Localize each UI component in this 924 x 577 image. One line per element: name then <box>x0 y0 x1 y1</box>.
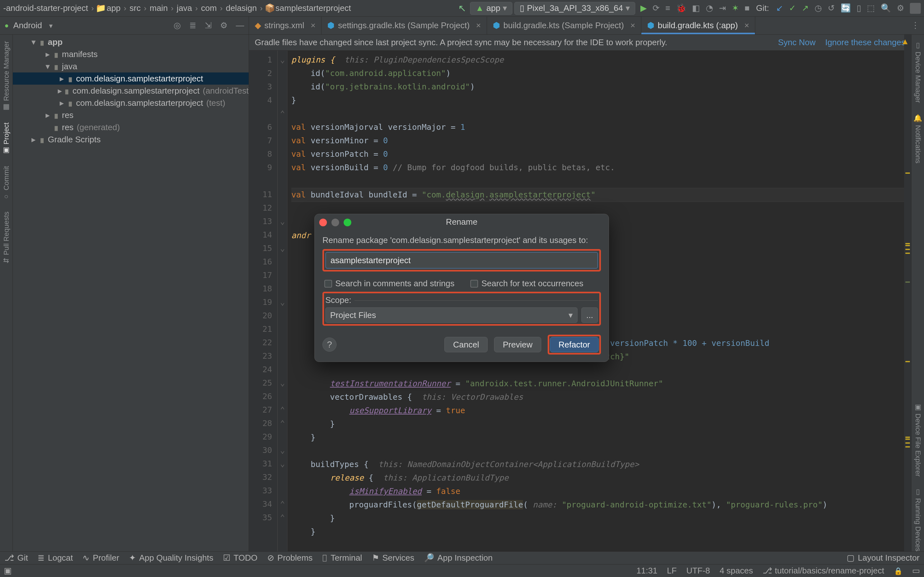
chevron-right-icon[interactable] <box>29 135 37 145</box>
run-config-combo[interactable]: ▲ app ▾ <box>470 2 512 15</box>
crumb-label[interactable]: app <box>107 3 120 13</box>
tool-services[interactable]: ⚑Services <box>372 553 415 563</box>
checkbox-search-text[interactable]: Search for text occurrences <box>470 279 583 288</box>
tool-resource-manager[interactable]: ▦Resource Manager <box>2 41 11 111</box>
project-tree[interactable]: app manifests java com.delasign.samplest… <box>13 35 249 551</box>
apply-changes-icon[interactable]: ⟳ <box>653 3 660 13</box>
tool-profiler[interactable]: ∿Profiler <box>82 553 119 563</box>
crumb-label[interactable]: src <box>129 3 141 13</box>
close-icon[interactable]: × <box>476 21 481 31</box>
chevron-right-icon[interactable] <box>58 98 65 108</box>
git-branch[interactable]: ⎇tutorial/basics/rename-project <box>762 566 884 576</box>
tree-node-app[interactable]: app <box>13 36 249 48</box>
tree-node-manifests[interactable]: manifests <box>13 48 249 60</box>
settings-icon[interactable]: ⚙ <box>897 3 904 13</box>
memory-indicator-icon[interactable]: ▭ <box>912 566 920 576</box>
tool-project[interactable]: ▣Project <box>2 122 11 155</box>
tool-notifications[interactable]: 🔔Notifications <box>914 114 922 163</box>
chevron-down-icon[interactable] <box>29 37 37 47</box>
tree-node-java[interactable]: java <box>13 60 249 73</box>
close-window-icon[interactable] <box>319 219 327 226</box>
search-everywhere-icon[interactable]: 🔍 <box>881 3 891 13</box>
git-pull-icon[interactable]: ↙ <box>776 3 783 13</box>
fold-gutter[interactable]: ⌄ ⌃ ⌄ ⌄ ⌄ ⌄ ⌃ ⌃ ⌄ ⌄ ⌃ ⌃ <box>278 51 288 551</box>
tab-settings-gradle[interactable]: ⬢ settings.gradle.kts (Sample Project) × <box>321 17 487 34</box>
tree-node-res[interactable]: res <box>13 109 249 121</box>
history-icon[interactable]: ◷ <box>814 3 822 13</box>
help-button[interactable]: ? <box>322 338 336 351</box>
tool-logcat[interactable]: ≣Logcat <box>37 553 73 563</box>
sync-project-icon[interactable]: 🔄 <box>841 3 851 13</box>
stop-icon[interactable]: ■ <box>745 3 750 13</box>
crumb-label[interactable]: com <box>201 3 217 13</box>
cancel-button[interactable]: Cancel <box>444 337 488 352</box>
tool-git[interactable]: ⎇Git <box>5 553 28 563</box>
caret-position[interactable]: 11:31 <box>636 566 657 576</box>
avd-manager-icon[interactable]: ▯ <box>857 3 861 13</box>
git-commit-icon[interactable]: ✓ <box>789 3 796 13</box>
chevron-right-icon[interactable] <box>44 110 51 120</box>
coverage-icon[interactable]: ◧ <box>692 3 700 13</box>
chevron-down-icon[interactable] <box>47 21 53 31</box>
tool-device-manager[interactable]: ▯Device Manager <box>914 41 922 103</box>
line-separator[interactable]: LF <box>667 566 677 576</box>
more-tabs-icon[interactable]: ⋮ <box>911 21 919 31</box>
tree-node-package-test[interactable]: com.delasign.samplestarterproject (test) <box>13 97 249 109</box>
scope-more-button[interactable]: ... <box>582 308 598 323</box>
profile-icon[interactable]: ◔ <box>706 3 713 13</box>
tool-device-file-explorer[interactable]: ▣Device File Explorer <box>914 403 922 477</box>
close-icon[interactable]: × <box>630 21 635 31</box>
toolwindow-toggle-icon[interactable]: ▣ <box>4 566 12 576</box>
crumb-label[interactable]: -android-starter-project <box>3 3 88 13</box>
expand-icon[interactable]: ⇲ <box>205 21 212 31</box>
ignore-changes-link[interactable]: Ignore these changes <box>825 37 905 47</box>
sdk-manager-icon[interactable]: ⬚ <box>867 3 875 13</box>
rename-input[interactable] <box>325 252 598 269</box>
tree-node-gradle-scripts[interactable]: Gradle Scripts <box>13 133 249 145</box>
tool-todo[interactable]: ☑TODO <box>223 553 258 563</box>
file-encoding[interactable]: UTF-8 <box>686 566 710 576</box>
tool-pull-requests[interactable]: ⇵Pull Requests <box>2 211 11 263</box>
chevron-down-icon[interactable] <box>44 61 51 71</box>
attach-debugger-icon[interactable]: ⇥ <box>719 3 726 13</box>
tool-terminal[interactable]: ⌷Terminal <box>322 553 362 563</box>
account-avatar[interactable] <box>910 3 921 14</box>
more-run-icon[interactable]: ✶ <box>732 3 739 13</box>
crumb-label[interactable]: delasign <box>226 3 257 13</box>
tab-build-gradle-project[interactable]: ⬢ build.gradle.kts (Sample Project) × <box>487 17 641 34</box>
debug-icon[interactable]: 🐞 <box>676 3 686 13</box>
git-push-icon[interactable]: ↗ <box>802 3 809 13</box>
tool-layout-inspector[interactable]: ▢Layout Inspector <box>846 553 919 563</box>
refactor-button[interactable]: Refactor <box>550 337 599 352</box>
run-icon[interactable]: ▶ <box>640 3 647 13</box>
dialog-titlebar[interactable]: Rename <box>315 214 609 229</box>
chevron-right-icon[interactable] <box>58 86 62 96</box>
device-combo[interactable]: ▯ Pixel_3a_API_33_x86_64 ▾ <box>514 2 635 15</box>
tool-problems[interactable]: ⊘Problems <box>267 553 313 563</box>
project-view-header[interactable]: ● Android ◎ ≣ ⇲ ⚙ — <box>0 17 249 34</box>
zoom-window-icon[interactable] <box>344 219 351 226</box>
close-icon[interactable]: × <box>310 21 315 31</box>
tool-app-inspection[interactable]: 🔎App Inspection <box>424 553 493 563</box>
hide-icon[interactable]: — <box>236 21 244 31</box>
crumb-label[interactable]: samplestarterproject <box>276 3 351 13</box>
checkbox-search-comments[interactable]: Search in comments and strings <box>325 279 454 288</box>
tool-running-devices[interactable]: ▯Running Devices <box>914 488 922 551</box>
chevron-right-icon[interactable] <box>44 49 51 59</box>
scope-combo[interactable]: Project Files <box>325 308 577 323</box>
crumb-label[interactable]: main <box>150 3 168 13</box>
indent-setting[interactable]: 4 spaces <box>720 566 753 576</box>
sync-now-link[interactable]: Sync Now <box>778 37 816 47</box>
tab-strings-xml[interactable]: ◆ strings.xml × <box>249 17 321 34</box>
tree-node-package-main[interactable]: com.delasign.samplestarterproject <box>13 73 249 85</box>
close-icon[interactable]: × <box>744 21 749 31</box>
nav-back-icon[interactable]: ↖ <box>456 3 468 14</box>
tree-node-res-generated[interactable]: res (generated) <box>13 121 249 133</box>
tool-commit[interactable]: ○Commit <box>2 166 11 201</box>
tree-node-package-androidtest[interactable]: com.delasign.samplestarterproject (andro… <box>13 85 249 97</box>
sort-icon[interactable]: ≣ <box>189 21 196 31</box>
rollback-icon[interactable]: ↺ <box>828 3 835 13</box>
target-icon[interactable]: ◎ <box>174 21 181 31</box>
crumb-label[interactable]: java <box>177 3 192 13</box>
breadcrumb[interactable]: -android-starter-project 📁app src main j… <box>3 3 351 13</box>
